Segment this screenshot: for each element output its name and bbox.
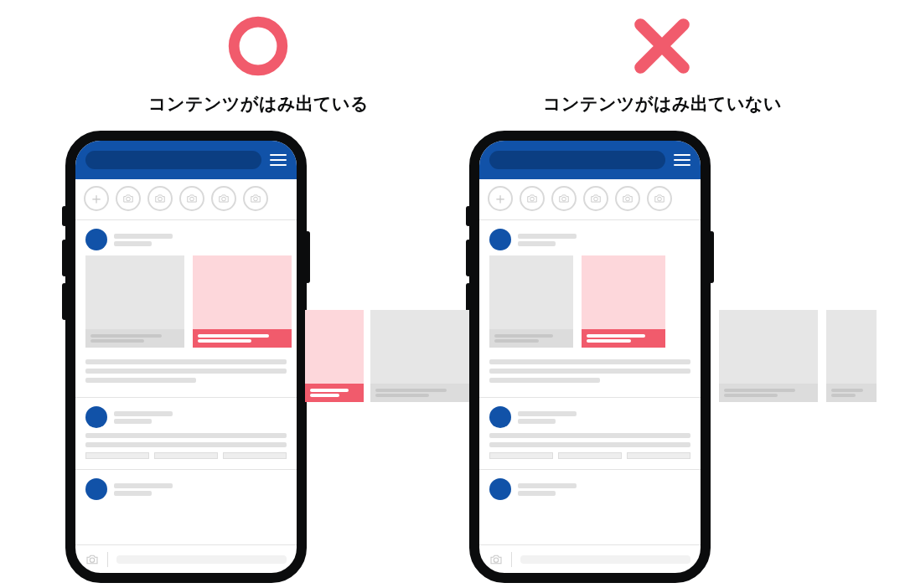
stories-row: ＋ (479, 179, 701, 220)
caption-bad: コンテンツがはみ出ていない (461, 92, 863, 116)
search-pill (85, 151, 261, 169)
menu-icon (270, 154, 287, 166)
reaction-chips (85, 452, 287, 459)
svg-point-5 (254, 197, 258, 201)
carousel-card-ghost (826, 310, 877, 402)
diagram-stage: コンテンツがはみ出ている ＋ (0, 0, 905, 588)
carousel-card (489, 255, 573, 348)
post-text (85, 359, 287, 383)
svg-point-2 (158, 197, 163, 201)
feed-post-1 (479, 220, 701, 398)
avatar (85, 406, 107, 428)
svg-point-6 (90, 558, 94, 562)
stories-row: ＋ (75, 179, 297, 220)
feed-post-3 (479, 470, 701, 515)
story-camera-icon (116, 186, 141, 211)
feed-post-1 (75, 220, 297, 398)
compose-bar (479, 544, 701, 573)
avatar (489, 229, 511, 250)
svg-point-4 (222, 197, 226, 201)
add-story-icon: ＋ (84, 186, 109, 211)
svg-point-0 (234, 22, 282, 70)
svg-point-12 (494, 558, 498, 562)
carousel-card-ghost (370, 310, 469, 402)
svg-point-9 (594, 197, 598, 201)
menu-icon (674, 154, 690, 166)
carousel-card (85, 255, 184, 348)
svg-point-11 (658, 197, 662, 201)
svg-point-10 (626, 197, 630, 201)
phone-mock-bad: ＋ (469, 131, 711, 583)
compose-bar (75, 544, 297, 573)
story-camera-icon (615, 186, 640, 211)
search-pill (489, 151, 665, 169)
app-header (75, 141, 297, 179)
avatar (489, 478, 511, 500)
phone-mock-good: ＋ (65, 131, 307, 583)
carousel-row (489, 255, 690, 354)
story-camera-icon (647, 186, 672, 211)
camera-icon (489, 554, 503, 565)
phone-frame: ＋ (469, 131, 711, 583)
cross-icon (628, 13, 696, 80)
story-camera-icon (179, 186, 204, 211)
avatar (85, 229, 107, 250)
post-author (85, 229, 287, 250)
svg-point-8 (562, 197, 566, 201)
app-header (479, 141, 701, 179)
carousel-card-highlight (193, 255, 292, 348)
story-camera-icon (211, 186, 236, 211)
avatar (85, 478, 107, 500)
carousel-card-ghost (719, 310, 818, 402)
compose-input-placeholder (116, 555, 287, 564)
mark-row (461, 0, 863, 92)
carousel-row (85, 255, 287, 354)
overflow-highlight (305, 310, 364, 402)
feed-post-3 (75, 470, 297, 515)
compose-input-placeholder (520, 555, 690, 564)
avatar (489, 406, 511, 428)
circle-icon (225, 13, 292, 80)
example-bad: コンテンツがはみ出ていない ＋ (461, 0, 863, 583)
mark-row (57, 0, 459, 92)
story-camera-icon (551, 186, 577, 211)
svg-point-1 (127, 197, 131, 201)
story-camera-icon (520, 186, 545, 211)
example-good: コンテンツがはみ出ている ＋ (57, 0, 459, 583)
caption-good: コンテンツがはみ出ている (57, 92, 459, 116)
svg-point-3 (190, 197, 194, 201)
story-camera-icon (243, 186, 268, 211)
camera-icon (85, 554, 99, 565)
feed-post-2 (75, 398, 297, 470)
overflow-ghost-cards (370, 310, 469, 402)
feed-post-2 (479, 398, 701, 470)
add-story-icon: ＋ (488, 186, 513, 211)
overflow-ghost-cards (719, 310, 877, 402)
story-camera-icon (147, 186, 173, 211)
phone-frame: ＋ (65, 131, 307, 583)
svg-point-7 (530, 197, 535, 201)
story-camera-icon (583, 186, 608, 211)
carousel-card-highlight (582, 255, 665, 348)
